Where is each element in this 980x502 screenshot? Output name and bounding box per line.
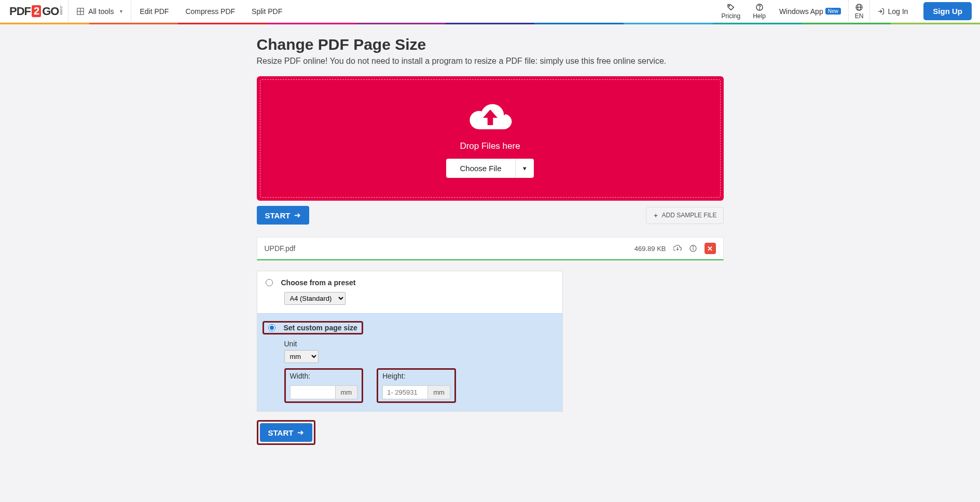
file-name: UPDF.pdf [265, 244, 627, 253]
arrow-right-icon: ➔ [297, 428, 304, 437]
language-label: EN [855, 12, 864, 20]
sample-label: ADD SAMPLE FILE [661, 212, 716, 219]
dropzone-inner: Drop Files here Choose File ▾ [260, 79, 721, 198]
dimensions-row: Width: mm Height: mm [284, 368, 554, 403]
options-panel: Choose from a preset A4 (Standard) Set c… [257, 271, 563, 412]
preset-radio[interactable] [266, 279, 273, 286]
file-size: 469.89 KB [634, 245, 666, 253]
nav-compress-pdf[interactable]: Compress PDF [177, 0, 243, 22]
nav-edit-pdf[interactable]: Edit PDF [131, 0, 177, 22]
header: PDF 2 GO .com All tools ▾ Edit PDF Compr… [0, 0, 980, 23]
dropzone[interactable]: Drop Files here Choose File ▾ [257, 76, 724, 201]
chevron-down-icon: ▾ [523, 164, 527, 172]
start-button-bottom[interactable]: START ➔ [260, 423, 313, 442]
height-input[interactable] [383, 386, 427, 399]
page-subtitle: Resize PDF online! You do not need to in… [257, 57, 724, 66]
start-label: START [268, 428, 294, 437]
file-row: UPDF.pdf 469.89 KB ✕ [257, 237, 724, 260]
start-label: START [265, 211, 291, 220]
choose-file-group: Choose File ▾ [446, 159, 533, 178]
custom-label: Set custom page size [284, 324, 357, 332]
nav-edit-label: Edit PDF [140, 7, 169, 16]
login-label: Log In [888, 7, 908, 16]
new-badge: New [825, 8, 841, 15]
preset-select[interactable]: A4 (Standard) [284, 292, 346, 305]
highlight-height: Height: mm [377, 368, 456, 403]
logo-badge-2: 2 [32, 5, 41, 17]
logo-text-go: GO [42, 5, 59, 18]
custom-radio[interactable] [268, 324, 275, 331]
highlight-custom: Set custom page size [263, 321, 363, 334]
nav-split-label: Split PDF [252, 7, 282, 16]
help-link[interactable]: Help [747, 3, 772, 20]
width-input-group: mm [290, 385, 358, 399]
login-link[interactable]: Log In [870, 7, 915, 16]
pricing-link[interactable]: Pricing [715, 3, 747, 20]
tag-icon [727, 3, 735, 11]
height-label: Height: [382, 372, 450, 380]
logo-text-com: .com [59, 5, 64, 15]
cloud-upload-icon [467, 100, 513, 134]
svg-point-5 [759, 8, 760, 9]
svg-point-3 [729, 5, 730, 6]
action-row-top: START ➔ ＋ ADD SAMPLE FILE [257, 206, 724, 225]
windows-app-link[interactable]: Windows App New [772, 7, 848, 16]
add-sample-file-button[interactable]: ＋ ADD SAMPLE FILE [646, 207, 723, 224]
svg-point-13 [693, 246, 693, 247]
unit-label: Unit [284, 340, 554, 348]
pricing-label: Pricing [722, 12, 741, 20]
page-title: Change PDF Page Size [257, 36, 724, 53]
all-tools-label: All tools [88, 7, 114, 16]
chevron-down-icon: ▾ [120, 8, 122, 14]
signup-button[interactable]: Sign Up [923, 2, 972, 20]
globe-icon [855, 3, 863, 11]
login-icon [877, 8, 885, 15]
choose-file-button[interactable]: Choose File [446, 159, 515, 178]
grid-icon [77, 8, 84, 15]
width-unit-suffix: mm [335, 386, 357, 399]
height-unit-suffix: mm [427, 386, 450, 399]
highlight-start: START ➔ [257, 420, 316, 445]
close-icon: ✕ [707, 245, 713, 253]
help-icon [755, 3, 764, 11]
download-icon [673, 244, 682, 253]
remove-file-button[interactable]: ✕ [705, 243, 716, 254]
height-input-group: mm [382, 385, 450, 399]
unit-select[interactable]: mm [284, 350, 319, 363]
download-file-button[interactable] [673, 244, 682, 253]
logo[interactable]: PDF 2 GO .com [0, 0, 68, 22]
nav-split-pdf[interactable]: Split PDF [243, 0, 291, 22]
preset-section: Choose from a preset A4 (Standard) [257, 271, 562, 313]
all-tools-menu[interactable]: All tools ▾ [68, 0, 131, 22]
language-switcher[interactable]: EN [849, 3, 870, 20]
windows-app-label: Windows App [779, 7, 823, 16]
nav-compress-label: Compress PDF [185, 7, 235, 16]
arrow-right-icon: ➔ [294, 211, 301, 220]
info-icon [689, 244, 697, 253]
start-button-top[interactable]: START ➔ [257, 206, 310, 225]
rainbow-divider [0, 23, 980, 24]
drop-label: Drop Files here [460, 141, 520, 151]
main-container: Change PDF Page Size Resize PDF online! … [257, 24, 724, 466]
width-label: Width: [290, 372, 358, 380]
highlight-width: Width: mm [284, 368, 364, 403]
custom-section: Set custom page size Unit mm Width: mm [257, 313, 562, 411]
file-info-button[interactable] [689, 244, 697, 253]
width-input[interactable] [291, 386, 335, 399]
plus-icon: ＋ [653, 211, 659, 220]
logo-text-pdf: PDF [9, 5, 31, 18]
help-label: Help [753, 12, 766, 20]
preset-label: Choose from a preset [281, 278, 356, 287]
choose-file-dropdown[interactable]: ▾ [515, 159, 534, 178]
